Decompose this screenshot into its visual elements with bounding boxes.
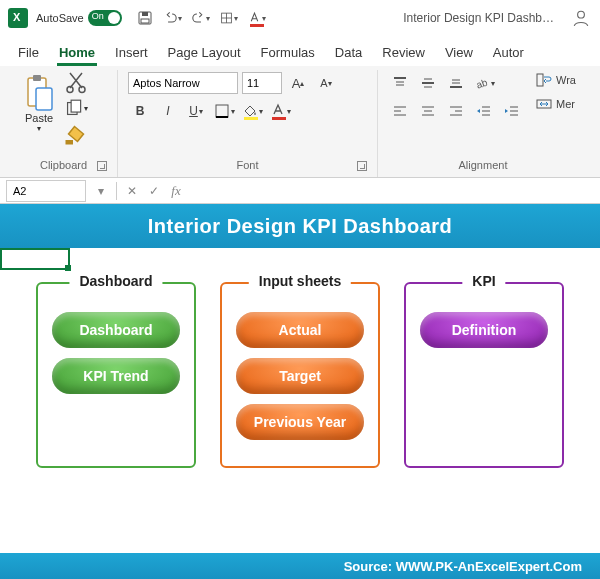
align-center-button[interactable] (416, 100, 440, 122)
tab-formulas[interactable]: Formulas (259, 41, 317, 66)
excel-app-icon (8, 8, 28, 28)
copy-button[interactable]: ▾ (64, 98, 88, 118)
pill-kpi-trend[interactable]: KPI Trend (52, 358, 180, 394)
format-painter-button[interactable] (64, 124, 88, 144)
borders-button[interactable]: ▾ (212, 100, 236, 122)
font-name-combo[interactable] (128, 72, 238, 94)
font-dialog-launcher[interactable] (357, 161, 367, 171)
align-right-button[interactable] (444, 100, 468, 122)
tab-home[interactable]: Home (57, 41, 97, 66)
document-title[interactable]: Interior Design KPI Dashb… (403, 11, 554, 25)
increase-font-button[interactable]: A▴ (286, 72, 310, 94)
font-size-combo[interactable] (242, 72, 282, 94)
paste-button[interactable]: Paste ▾ (20, 72, 58, 133)
align-middle-button[interactable] (416, 72, 440, 94)
borders-icon[interactable]: ▾ (220, 9, 238, 27)
cancel-formula-icon[interactable]: ✕ (121, 180, 143, 202)
align-bottom-button[interactable] (444, 72, 468, 94)
namebox-dropdown-icon[interactable]: ▾ (90, 180, 112, 202)
formula-bar: ▾ ✕ ✓ fx (0, 178, 600, 204)
save-icon[interactable] (136, 9, 154, 27)
pill-target[interactable]: Target (236, 358, 364, 394)
tab-insert[interactable]: Insert (113, 41, 150, 66)
insert-function-icon[interactable]: fx (165, 180, 187, 202)
card-dashboard: Dashboard Dashboard KPI Trend (36, 282, 196, 468)
clipboard-icon (22, 74, 56, 112)
svg-rect-8 (33, 75, 41, 81)
toggle-switch-icon[interactable]: On (88, 10, 122, 26)
svg-rect-42 (537, 74, 543, 86)
merge-center-button[interactable]: Mer (536, 96, 576, 112)
bold-button[interactable]: B (128, 100, 152, 122)
underline-button[interactable]: U▾ (184, 100, 208, 122)
title-bar: AutoSave On ▾ ▾ ▾ ▾ Interior Design KPI … (0, 0, 600, 36)
group-alignment: ab▾ Wra Mer (378, 70, 588, 177)
ribbon-tabs: File Home Insert Page Layout Formulas Da… (0, 36, 600, 66)
tab-data[interactable]: Data (333, 41, 364, 66)
italic-button[interactable]: I (156, 100, 180, 122)
name-box[interactable] (6, 180, 86, 202)
card-title: Input sheets (249, 273, 351, 289)
align-left-button[interactable] (388, 100, 412, 122)
cut-button[interactable] (64, 72, 88, 92)
ribbon: Paste ▾ ▾ Clipboard A▴ A▾ B (0, 66, 600, 178)
cards-row: Dashboard Dashboard KPI Trend Input shee… (0, 248, 600, 478)
autosave-label: AutoSave (36, 12, 84, 24)
card-title: Dashboard (69, 273, 162, 289)
selected-cell-a2[interactable] (0, 248, 70, 270)
font-color-button[interactable]: ▾ (268, 100, 292, 122)
card-input-sheets: Input sheets Actual Target Previous Year (220, 282, 380, 468)
svg-rect-14 (66, 140, 74, 145)
svg-rect-9 (36, 88, 52, 110)
tab-review[interactable]: Review (380, 41, 427, 66)
tab-file[interactable]: File (16, 41, 41, 66)
group-font: A▴ A▾ B I U▾ ▾ ▾ ▾ Font (118, 70, 378, 177)
clipboard-dialog-launcher[interactable] (97, 161, 107, 171)
tab-page-layout[interactable]: Page Layout (166, 41, 243, 66)
formula-input[interactable] (187, 180, 600, 202)
quick-access-toolbar: ▾ ▾ ▾ ▾ (136, 9, 266, 27)
increase-indent-button[interactable] (500, 100, 524, 122)
source-bar: Source: WWW.PK-AnExcelExpert.Com (0, 553, 600, 579)
dashboard-banner: Interior Design KPI Dashboard (0, 204, 600, 248)
pill-definition[interactable]: Definition (420, 312, 548, 348)
fill-color-button[interactable]: ▾ (240, 100, 264, 122)
redo-icon[interactable]: ▾ (192, 9, 210, 27)
autosave-toggle[interactable]: AutoSave On (36, 10, 122, 26)
svg-point-6 (578, 11, 585, 18)
svg-text:ab: ab (474, 76, 489, 90)
worksheet-area[interactable]: Interior Design KPI Dashboard Dashboard … (0, 204, 600, 579)
align-top-button[interactable] (388, 72, 412, 94)
decrease-indent-button[interactable] (472, 100, 496, 122)
group-clipboard: Paste ▾ ▾ Clipboard (10, 70, 118, 177)
svg-rect-2 (141, 19, 149, 23)
tab-automate[interactable]: Autor (491, 41, 526, 66)
svg-rect-1 (142, 12, 148, 16)
pill-actual[interactable]: Actual (236, 312, 364, 348)
svg-rect-13 (71, 100, 81, 112)
pill-dashboard[interactable]: Dashboard (52, 312, 180, 348)
card-kpi: KPI Definition (404, 282, 564, 468)
decrease-font-button[interactable]: A▾ (314, 72, 338, 94)
enter-formula-icon[interactable]: ✓ (143, 180, 165, 202)
font-color-icon[interactable]: ▾ (248, 9, 266, 27)
card-title: KPI (462, 273, 505, 289)
wrap-text-button[interactable]: Wra (536, 72, 576, 88)
pill-previous-year[interactable]: Previous Year (236, 404, 364, 440)
svg-rect-15 (216, 105, 228, 117)
undo-icon[interactable]: ▾ (164, 9, 182, 27)
orientation-button[interactable]: ab▾ (472, 72, 496, 94)
user-presence-icon[interactable] (570, 7, 592, 29)
tab-view[interactable]: View (443, 41, 475, 66)
